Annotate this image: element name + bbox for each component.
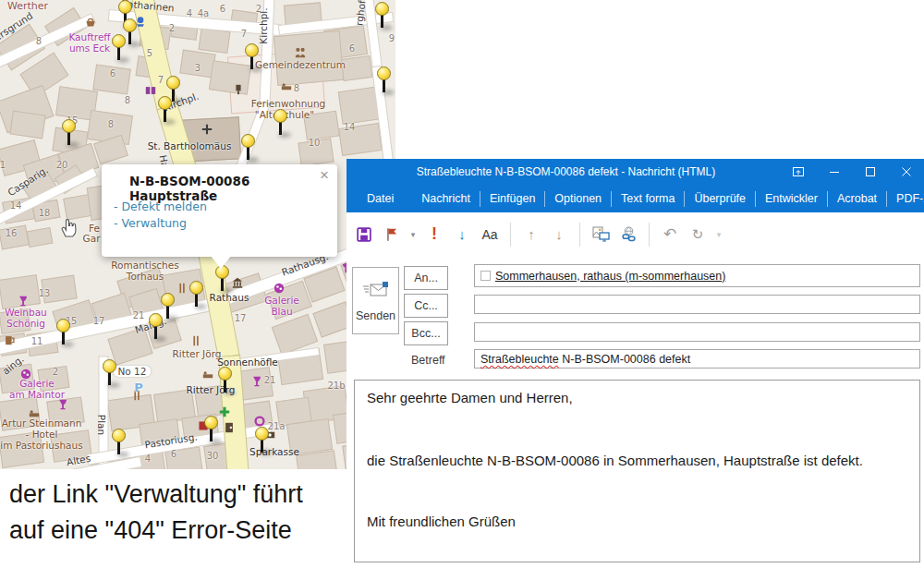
ribbon-tab-datei[interactable]: Datei [358, 192, 403, 205]
map-building [274, 30, 344, 86]
map-housenumber: 11 [31, 336, 43, 346]
map-housenumber: 20 [56, 160, 68, 170]
to-field[interactable]: Sommerhausen, rathaus (m-sommerhausen) [474, 264, 920, 287]
map-label: St. Bartholomäus [148, 140, 232, 151]
send-envelope-icon [362, 279, 390, 299]
subject-field[interactable]: Straßebleuchte N-B-BSOM-00086 defekt [474, 349, 920, 369]
map-label: Gar [83, 233, 101, 244]
map-icon-people [295, 46, 307, 58]
defekt-melden-link[interactable]: - Defekt melden [114, 199, 207, 213]
map-housenumber: 4 [187, 8, 192, 18]
map-label: - Hotel [26, 429, 58, 440]
map-label: Blau [271, 306, 292, 317]
close-button[interactable] [888, 159, 924, 185]
flag-dropdown[interactable]: ▾ [407, 223, 419, 247]
ribbon-tab-optionen[interactable]: Optionen [545, 192, 611, 205]
cc-field[interactable] [474, 295, 920, 314]
ribbon-tab-acrobat[interactable]: Acrobat [828, 192, 886, 205]
subject-misspelled-word: Straßebleuchte [480, 353, 559, 366]
map-housenumber: 8 [108, 119, 114, 129]
map-label: im Pastoriushaus [0, 440, 82, 451]
ribbon-display-options-button[interactable] [780, 159, 816, 185]
map-housenumber: 14 [344, 122, 356, 132]
map-housenumber: 6 [171, 449, 176, 459]
cc-button[interactable]: Cc... [404, 294, 448, 318]
to-recipient[interactable]: Sommerhausen, rathaus (m-sommerhausen) [495, 270, 725, 283]
ribbon-tab-pdf-xcha[interactable]: PDF-XCha [887, 192, 924, 205]
subject-label: Betreff [411, 354, 445, 367]
ribbon-tab-einfügen[interactable]: Einfügen [480, 192, 544, 205]
map-icon-bed [202, 369, 214, 381]
map-label: Kauftreff [68, 31, 110, 42]
map-label: Ferienwohnung [251, 98, 326, 109]
move-down-button[interactable]: ↓ [547, 223, 571, 247]
popup-close-icon[interactable]: × [320, 167, 329, 183]
send-button-label: Senden [353, 309, 398, 322]
message-body[interactable]: Sehr geehrte Damen und Herren, die Straß… [354, 380, 920, 562]
map-label: Schönig [6, 318, 45, 329]
map-housenumber: 7 [241, 29, 247, 39]
map-label: No 12 [114, 366, 152, 377]
toolbar-separator [649, 223, 650, 247]
map-housenumber: 21a [268, 421, 286, 431]
map-housenumber: 8 [125, 95, 130, 105]
follow-up-flag-button-icon[interactable] [380, 223, 404, 247]
quick-access-toolbar: ▾!↓Aa↑↓↶↻▾ [346, 212, 924, 256]
map-label: Sparkasse [249, 446, 299, 457]
map-icon-wine [251, 375, 263, 387]
font-button[interactable]: Aa [478, 223, 502, 247]
map-icon-beer [4, 333, 16, 345]
map-icon-greencross [219, 405, 231, 417]
map-label: Ritter Jörg [173, 348, 222, 359]
move-up-button[interactable]: ↑ [519, 223, 543, 247]
screenshot-button-icon[interactable] [589, 223, 613, 247]
body-greeting: Sehr geehrte Damen und Herren, [367, 390, 573, 405]
map-label: ums Eck [69, 42, 110, 54]
map-icon-door [224, 421, 236, 433]
body-main-line: die Straßenleuchte N-B-BSOM-00086 in Som… [367, 453, 863, 468]
map-label: am Maintor [9, 389, 65, 400]
compose-area: Senden An... Cc... Bcc... Betreff Sommer… [346, 256, 924, 568]
recipient-checkbox[interactable] [480, 271, 491, 281]
map-icon-fork [176, 282, 188, 294]
map-housenumber: 2 [256, 4, 261, 14]
map-icon-museum [232, 276, 244, 288]
toolbar-separator [510, 223, 511, 247]
redo-button[interactable]: ↻ [686, 223, 710, 247]
map-icon-fork [190, 334, 202, 346]
map-housenumber: 7 [158, 75, 164, 85]
ribbon-tab-entwickler[interactable]: Entwickler [756, 192, 827, 205]
maximize-button[interactable] [852, 159, 888, 185]
ribbon-tab-überprüfe[interactable]: Überprüfe [685, 192, 755, 205]
map-housenumber: 17 [235, 313, 247, 323]
map-building [198, 28, 230, 54]
caption-text: der Link "Verwaltung" führt auf eine "40… [9, 477, 303, 549]
customize-qat-button[interactable]: ▾ [713, 223, 724, 247]
minimize-button[interactable] [816, 159, 852, 185]
map-label: Plan [96, 415, 107, 435]
body-closing: Mit freundlichen Grüßen [367, 514, 516, 529]
ribbon-tab-nachricht[interactable]: Nachricht [412, 192, 480, 205]
map-label: Gemeindezentrum [255, 59, 346, 70]
send-button[interactable]: Senden [352, 267, 399, 334]
map-housenumber: 3 [195, 63, 201, 73]
map-label: Weinbau [5, 307, 47, 318]
undo-button[interactable]: ↶ [658, 223, 682, 247]
map-icon-wine [18, 295, 30, 307]
high-importance-button[interactable]: ! [422, 223, 446, 247]
caption-line-2: auf eine "404" Error-Seite [9, 513, 303, 549]
hyperlink-button-icon[interactable] [616, 223, 640, 247]
map-building [209, 60, 251, 95]
bcc-field[interactable] [474, 322, 920, 342]
map-label: Rathaus [210, 292, 249, 303]
ribbon-tab-text-forma[interactable]: Text forma [612, 192, 684, 205]
save-button-icon[interactable] [352, 223, 376, 247]
bcc-button[interactable]: Bcc... [404, 321, 448, 345]
to-button[interactable]: An... [404, 266, 448, 290]
map-housenumber: 14 [10, 200, 22, 211]
verwaltung-link[interactable]: - Verwaltung [114, 216, 187, 230]
toolbar-separator [579, 223, 580, 247]
low-importance-button[interactable]: ↓ [450, 223, 474, 247]
map-housenumber: 4 [145, 453, 151, 464]
title-bar[interactable]: Straßebleuchte N-B-BSOM-00086 defekt - N… [346, 159, 924, 185]
